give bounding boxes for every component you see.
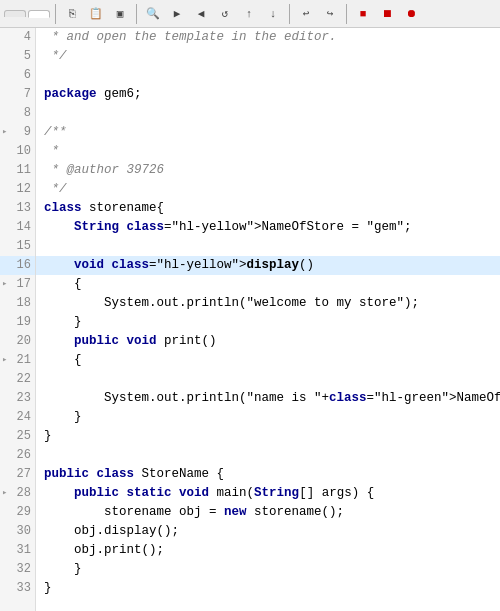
line-num-text-30: 30 <box>17 522 31 541</box>
toolbar-btn-stop2[interactable]: ⏹ <box>376 4 398 24</box>
code-line-29[interactable]: storename obj = new storename(); <box>36 503 500 522</box>
line-num-text-33: 33 <box>17 579 31 598</box>
line-number-19: 19 <box>0 313 35 332</box>
line-num-text-21: 21 <box>17 351 31 370</box>
fold-icon-9[interactable]: ▸ <box>2 123 7 142</box>
line-num-text-25: 25 <box>17 427 31 446</box>
line-num-text-6: 6 <box>24 66 31 85</box>
line-number-8: 8 <box>0 104 35 123</box>
code-line-15[interactable] <box>36 237 500 256</box>
code-line-33[interactable]: } <box>36 579 500 598</box>
code-line-18[interactable]: System.out.println("welcome to my store"… <box>36 294 500 313</box>
code-line-6[interactable] <box>36 66 500 85</box>
toolbar-btn-box[interactable]: ▣ <box>109 4 131 24</box>
code-content[interactable]: * and open the template in the editor. *… <box>36 28 500 611</box>
toolbar-separator-3 <box>289 4 290 24</box>
toolbar-btn-refresh[interactable]: ↺ <box>214 4 236 24</box>
fold-icon-21[interactable]: ▸ <box>2 351 7 370</box>
line-num-text-5: 5 <box>24 47 31 66</box>
code-line-20[interactable]: public void print() <box>36 332 500 351</box>
code-line-16[interactable]: void class="hl-yellow">display() <box>36 256 500 275</box>
line-num-text-20: 20 <box>17 332 31 351</box>
tab-source[interactable] <box>4 10 26 17</box>
code-line-27[interactable]: public class StoreName { <box>36 465 500 484</box>
toolbar-btn-back[interactable]: ◀ <box>190 4 212 24</box>
line-number-28: ▸28 <box>0 484 35 503</box>
line-num-text-17: 17 <box>17 275 31 294</box>
code-line-23[interactable]: System.out.println("name is "+class="hl-… <box>36 389 500 408</box>
toolbar-btn-paste[interactable]: 📋 <box>85 4 107 24</box>
toolbar-btn-copy[interactable]: ⎘ <box>61 4 83 24</box>
code-line-30[interactable]: obj.display(); <box>36 522 500 541</box>
line-num-text-12: 12 <box>17 180 31 199</box>
toolbar-separator-1 <box>55 4 56 24</box>
toolbar-btn-record[interactable]: ⏺ <box>400 4 422 24</box>
line-number-14: 14 <box>0 218 35 237</box>
line-num-text-10: 10 <box>17 142 31 161</box>
code-line-5[interactable]: */ <box>36 47 500 66</box>
line-num-text-15: 15 <box>17 237 31 256</box>
line-number-33: 33 <box>0 579 35 598</box>
code-line-14[interactable]: String class="hl-yellow">NameOfStore = "… <box>36 218 500 237</box>
code-line-4[interactable]: * and open the template in the editor. <box>36 28 500 47</box>
code-line-19[interactable]: } <box>36 313 500 332</box>
toolbar-separator-4 <box>346 4 347 24</box>
line-number-11: 11 <box>0 161 35 180</box>
line-number-17: ▸17 <box>0 275 35 294</box>
line-number-15: 15 <box>0 237 35 256</box>
line-number-6: 6 <box>0 66 35 85</box>
line-number-18: 18 <box>0 294 35 313</box>
code-line-13[interactable]: class storename{ <box>36 199 500 218</box>
code-line-8[interactable] <box>36 104 500 123</box>
line-number-9: ▸9 <box>0 123 35 142</box>
line-numbers: 45678▸910111213141516▸17181920▸212223242… <box>0 28 36 611</box>
line-num-text-24: 24 <box>17 408 31 427</box>
line-number-24: 24 <box>0 408 35 427</box>
fold-icon-28[interactable]: ▸ <box>2 484 7 503</box>
line-number-10: 10 <box>0 142 35 161</box>
code-line-21[interactable]: { <box>36 351 500 370</box>
toolbar-btn-stop[interactable]: ■ <box>352 4 374 24</box>
line-num-text-16: 16 <box>17 256 31 275</box>
line-num-text-13: 13 <box>17 199 31 218</box>
code-line-24[interactable]: } <box>36 408 500 427</box>
toolbar-btn-down[interactable]: ↓ <box>262 4 284 24</box>
line-number-22: 22 <box>0 370 35 389</box>
toolbar-btn-redo[interactable]: ↪ <box>319 4 341 24</box>
code-line-11[interactable]: * @author 39726 <box>36 161 500 180</box>
line-number-32: 32 <box>0 560 35 579</box>
code-line-26[interactable] <box>36 446 500 465</box>
line-num-text-22: 22 <box>17 370 31 389</box>
toolbar-btn-forward[interactable]: ▶ <box>166 4 188 24</box>
line-number-21: ▸21 <box>0 351 35 370</box>
code-line-9[interactable]: /** <box>36 123 500 142</box>
code-line-17[interactable]: { <box>36 275 500 294</box>
fold-icon-17[interactable]: ▸ <box>2 275 7 294</box>
code-line-12[interactable]: */ <box>36 180 500 199</box>
tab-history[interactable] <box>28 10 50 18</box>
line-number-23: 23 <box>0 389 35 408</box>
code-line-25[interactable]: } <box>36 427 500 446</box>
line-number-7: 7 <box>0 85 35 104</box>
line-number-26: 26 <box>0 446 35 465</box>
code-line-7[interactable]: package gem6; <box>36 85 500 104</box>
line-num-text-14: 14 <box>17 218 31 237</box>
line-number-12: 12 <box>0 180 35 199</box>
code-line-22[interactable] <box>36 370 500 389</box>
line-num-text-4: 4 <box>24 28 31 47</box>
line-num-text-29: 29 <box>17 503 31 522</box>
toolbar-btn-undo[interactable]: ↩ <box>295 4 317 24</box>
line-num-text-11: 11 <box>17 161 31 180</box>
toolbar-btn-up[interactable]: ↑ <box>238 4 260 24</box>
code-line-10[interactable]: * <box>36 142 500 161</box>
code-line-31[interactable]: obj.print(); <box>36 541 500 560</box>
code-line-28[interactable]: public static void main(String[] args) { <box>36 484 500 503</box>
toolbar: ⎘ 📋 ▣ 🔍 ▶ ◀ ↺ ↑ ↓ ↩ ↪ ■ ⏹ ⏺ <box>0 0 500 28</box>
line-num-text-27: 27 <box>17 465 31 484</box>
line-num-text-8: 8 <box>24 104 31 123</box>
line-num-text-26: 26 <box>17 446 31 465</box>
toolbar-btn-search[interactable]: 🔍 <box>142 4 164 24</box>
toolbar-separator-2 <box>136 4 137 24</box>
line-number-31: 31 <box>0 541 35 560</box>
code-line-32[interactable]: } <box>36 560 500 579</box>
